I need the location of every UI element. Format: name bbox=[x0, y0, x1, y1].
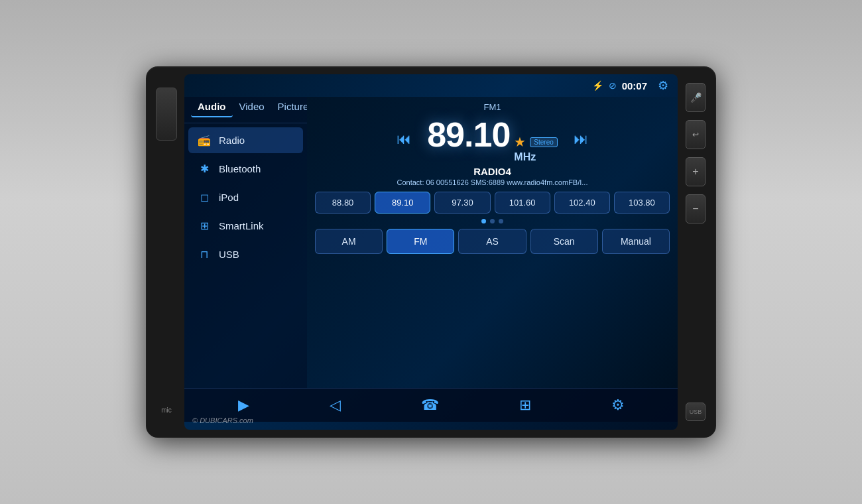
tab-audio[interactable]: Audio bbox=[191, 97, 233, 117]
preset-4[interactable]: 101.60 bbox=[495, 192, 550, 214]
category-tabs: Audio Video Picture bbox=[184, 97, 307, 123]
radio-content: FM1 ⏮ 89.10 ★ Stereo MHz bbox=[307, 97, 678, 388]
am-button[interactable]: AM bbox=[315, 229, 383, 254]
nav-smartlink-label: SmartLink bbox=[219, 220, 264, 231]
back-button[interactable]: ↩ bbox=[686, 120, 706, 149]
frequency-value: 89.10 bbox=[427, 115, 510, 155]
nav-usb[interactable]: ⊓ USB bbox=[188, 241, 303, 267]
usb-port[interactable]: USB bbox=[686, 403, 706, 421]
watermark: © DUBICARS.com bbox=[192, 416, 678, 424]
phone-nav-icon[interactable]: ☎ bbox=[414, 394, 446, 416]
main-area: Audio Video Picture 📻 Radio ✱ Bluetooth … bbox=[184, 97, 678, 388]
frequency-unit: MHz bbox=[514, 151, 557, 163]
signal-icon: ⊘ bbox=[609, 80, 617, 91]
frequency-display: 89.10 ★ Stereo MHz bbox=[427, 115, 558, 163]
sidebar: Audio Video Picture 📻 Radio ✱ Bluetooth … bbox=[184, 97, 307, 388]
clock-display: 00:07 bbox=[622, 80, 647, 92]
preset-6[interactable]: 103.80 bbox=[614, 192, 670, 214]
apps-nav-icon[interactable]: ⊞ bbox=[513, 394, 538, 416]
settings-icon[interactable]: ⚙ bbox=[658, 78, 668, 93]
right-button-group: 🎤 ↩ + − bbox=[686, 81, 706, 225]
nav-bluetooth[interactable]: ✱ Bluetooth bbox=[188, 156, 303, 182]
prev-station-button[interactable]: ⏮ bbox=[394, 128, 414, 151]
station-name: RADIO4 bbox=[315, 166, 670, 177]
station-info: Contact: 06 00551626 SMS:6889 www.radio4… bbox=[315, 178, 670, 186]
navigate-nav-icon[interactable]: ◁ bbox=[323, 394, 347, 416]
presets-row: 88.80 89.10 97.30 101.60 102.40 103.80 bbox=[315, 192, 670, 214]
usb-icon: ⊓ bbox=[198, 248, 211, 261]
fm-button[interactable]: FM bbox=[387, 229, 454, 254]
as-button[interactable]: AS bbox=[458, 229, 526, 254]
dot-2 bbox=[490, 219, 495, 223]
frequency-row: ⏮ 89.10 ★ Stereo MHz ⏭ bbox=[315, 115, 670, 163]
band-label: FM1 bbox=[315, 102, 670, 112]
nav-ipod-label: iPod bbox=[219, 192, 239, 203]
side-panel-right: 🎤 ↩ + − USB bbox=[683, 74, 708, 430]
nav-bluetooth-label: Bluetooth bbox=[219, 163, 261, 174]
voice-button[interactable]: 🎤 bbox=[686, 83, 706, 112]
preset-2[interactable]: 89.10 bbox=[375, 192, 430, 214]
head-unit-bezel: mic ⚡ ⊘ 00:07 ⚙ Audio Video bbox=[146, 66, 716, 438]
side-panel-left: mic bbox=[154, 74, 179, 430]
nav-smartlink[interactable]: ⊞ SmartLink bbox=[188, 213, 303, 239]
bluetooth-status-icon: ⚡ bbox=[592, 80, 603, 91]
mic-indicator: mic bbox=[160, 403, 173, 416]
volume-down-button[interactable]: − bbox=[686, 194, 706, 223]
play-nav-icon[interactable]: ▶ bbox=[231, 394, 256, 416]
preset-3[interactable]: 97.30 bbox=[434, 192, 490, 214]
nav-radio-label: Radio bbox=[219, 135, 245, 146]
favorite-star-icon[interactable]: ★ bbox=[514, 134, 526, 150]
dot-3 bbox=[499, 219, 503, 223]
top-bar: ⚡ ⊘ 00:07 ⚙ bbox=[184, 74, 678, 97]
tab-video[interactable]: Video bbox=[233, 97, 271, 117]
volume-up-button[interactable]: + bbox=[686, 157, 706, 186]
preset-1[interactable]: 88.80 bbox=[315, 192, 371, 214]
dot-1 bbox=[481, 219, 486, 223]
manual-button[interactable]: Manual bbox=[602, 229, 670, 254]
nav-usb-label: USB bbox=[219, 249, 239, 260]
nav-ipod[interactable]: ◻ iPod bbox=[188, 184, 303, 210]
nav-radio[interactable]: 📻 Radio bbox=[188, 127, 303, 153]
left-knob[interactable] bbox=[156, 88, 177, 141]
settings-nav-icon[interactable]: ⚙ bbox=[605, 394, 631, 416]
infotainment-screen: ⚡ ⊘ 00:07 ⚙ Audio Video Picture 📻 bbox=[184, 74, 678, 430]
car-surround: mic ⚡ ⊘ 00:07 ⚙ Audio Video bbox=[0, 0, 862, 504]
radio-icon: 📻 bbox=[198, 134, 211, 147]
mode-buttons-row: AM FM AS Scan Manual bbox=[315, 229, 670, 254]
ipod-icon: ◻ bbox=[198, 191, 211, 204]
status-icons: ⚡ ⊘ 00:07 bbox=[592, 80, 647, 92]
stereo-badge: Stereo bbox=[530, 137, 557, 147]
scan-button[interactable]: Scan bbox=[530, 229, 598, 254]
preset-5[interactable]: 102.40 bbox=[554, 192, 610, 214]
page-dots bbox=[315, 219, 670, 223]
smartlink-icon: ⊞ bbox=[198, 220, 211, 232]
next-station-button[interactable]: ⏭ bbox=[571, 128, 591, 151]
bluetooth-icon: ✱ bbox=[198, 162, 211, 175]
